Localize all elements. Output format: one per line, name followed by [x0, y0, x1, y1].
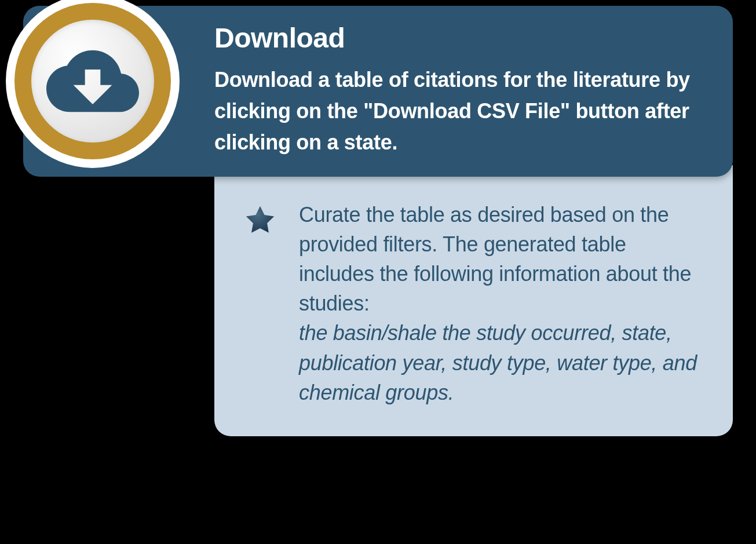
badge-gold-ring: [14, 3, 171, 159]
star-icon: [243, 203, 277, 237]
download-icon-badge: [6, 0, 180, 168]
badge-outer-ring: [6, 0, 180, 168]
info-card-container: Download Download a table of citations f…: [23, 6, 733, 436]
body-card: Curate the table as desired based on the…: [214, 165, 733, 436]
header-description: Download a table of citations for the li…: [214, 64, 704, 158]
body-content: Curate the table as desired based on the…: [243, 200, 704, 407]
body-text: Curate the table as desired based on the…: [299, 200, 704, 407]
cloud-download-icon: [46, 35, 139, 127]
body-text-main: Curate the table as desired based on the…: [299, 203, 691, 315]
body-text-italic: the basin/shale the study occurred, stat…: [299, 321, 697, 404]
badge-inner-circle: [31, 20, 154, 143]
header-card: Download Download a table of citations f…: [23, 6, 733, 177]
header-title: Download: [214, 22, 704, 54]
